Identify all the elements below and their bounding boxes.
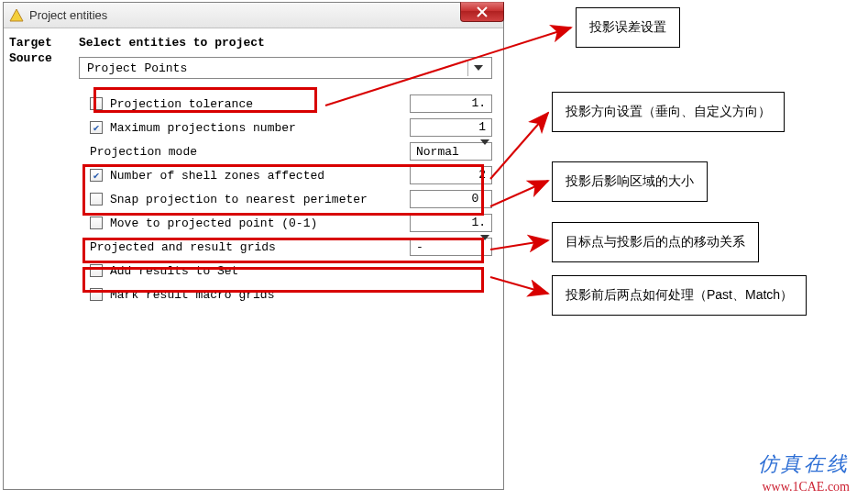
row-max-projections: ✔ Maximum projections number 1: [79, 116, 492, 139]
close-icon: [477, 6, 488, 17]
input-projection-tolerance[interactable]: 1.: [410, 94, 492, 113]
chevron-down-icon: [480, 145, 489, 159]
row-add-results: Add results to Set: [79, 259, 492, 283]
row-mark-macro: Mark result macro grids: [79, 283, 492, 306]
row-projected-result: Projected and result grids -: [79, 235, 492, 259]
sidebar: Target Source: [4, 28, 79, 489]
label-projection-mode: Projection mode: [79, 145, 410, 159]
sidebar-item-source[interactable]: Source: [9, 51, 73, 65]
panel-heading: Select entities to project: [79, 36, 492, 50]
select-projection-mode[interactable]: Normal: [410, 142, 492, 161]
checkbox-mark-macro[interactable]: [90, 288, 103, 301]
label-add-results: Add results to Set: [110, 264, 492, 278]
checkbox-projection-tolerance[interactable]: [90, 97, 103, 110]
checkbox-add-results[interactable]: [90, 264, 103, 277]
row-projection-mode: Projection mode Normal: [79, 139, 492, 163]
footer-brand: 仿真在线: [758, 450, 850, 478]
annotation-zones: 投影后影响区域的大小: [552, 161, 708, 202]
input-max-projections[interactable]: 1: [410, 118, 492, 137]
checkbox-shell-zones[interactable]: ✔: [90, 169, 103, 182]
chevron-down-icon: [480, 240, 489, 254]
label-move-point: Move to projected point (0-1): [110, 217, 410, 230]
annotation-result-mode: 投影前后两点如何处理（Past、Match）: [552, 275, 807, 316]
footer: 仿真在线 www.1CAE.com: [758, 450, 850, 494]
row-move-point: Move to projected point (0-1) 1.: [79, 211, 492, 235]
chevron-down-icon: [467, 60, 488, 76]
dropdown-label: Project Points: [87, 61, 187, 75]
sidebar-item-target[interactable]: Target: [9, 36, 73, 50]
entity-type-dropdown[interactable]: Project Points: [79, 57, 492, 79]
main-panel: Select entities to project Project Point…: [79, 28, 503, 489]
select-projected-result[interactable]: -: [410, 238, 492, 256]
input-shell-zones[interactable]: 2: [410, 166, 492, 184]
input-move-point[interactable]: 1.: [410, 214, 492, 232]
annotation-direction: 投影方向设置（垂向、自定义方向）: [552, 92, 785, 132]
project-entities-window: Project entities Target Source Select en…: [3, 2, 504, 490]
checkbox-move-point[interactable]: [90, 217, 103, 229]
label-snap-perimeter: Snap projection to nearest perimeter: [110, 193, 410, 206]
close-button[interactable]: [460, 2, 504, 22]
checkbox-snap-perimeter[interactable]: [90, 193, 103, 206]
label-projection-tolerance: Projection tolerance: [110, 97, 410, 111]
input-snap-perimeter[interactable]: 0.: [410, 190, 492, 208]
row-projection-tolerance: Projection tolerance 1.: [79, 92, 492, 116]
annotation-tolerance: 投影误差设置: [576, 7, 680, 48]
label-max-projections: Maximum projections number: [110, 121, 410, 135]
svg-marker-0: [10, 9, 23, 21]
label-shell-zones: Number of shell zones affected: [110, 169, 410, 183]
footer-url: www.1CAE.com: [758, 480, 850, 494]
value-projected-result: -: [416, 240, 423, 254]
label-projected-result: Projected and result grids: [79, 240, 410, 254]
label-mark-macro: Mark result macro grids: [110, 288, 492, 302]
titlebar[interactable]: Project entities: [4, 3, 503, 28]
row-shell-zones: ✔ Number of shell zones affected 2: [79, 163, 492, 187]
checkbox-max-projections[interactable]: ✔: [90, 121, 103, 134]
annotation-move-point: 目标点与投影后的点的移动关系: [552, 222, 759, 262]
window-title: Project entities: [29, 8, 107, 22]
app-icon: [9, 8, 24, 23]
row-snap-perimeter: Snap projection to nearest perimeter 0.: [79, 187, 492, 211]
value-projection-mode: Normal: [416, 145, 459, 159]
